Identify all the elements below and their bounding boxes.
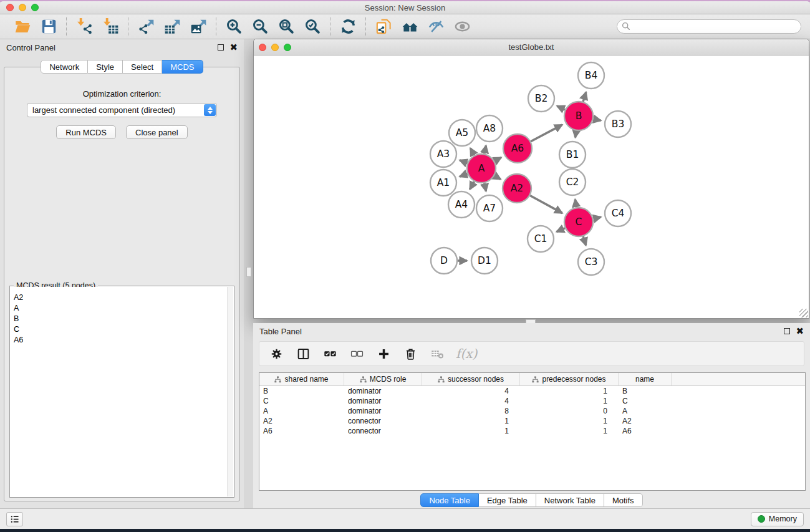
graph-node-B3[interactable]: B3 [605,111,631,137]
tab-network-table[interactable]: Network Table [536,493,604,507]
tab-motifs[interactable]: Motifs [604,493,643,507]
graph-node-A2[interactable]: A2 [503,174,531,203]
graph-edge-A-A8[interactable] [485,145,486,153]
import-table-button[interactable] [99,16,122,37]
cell-predecessor-nodes[interactable]: 1 [520,397,619,405]
mcds-result-item[interactable]: A6 [11,334,227,345]
tab-node-table[interactable]: Node Table [420,493,479,507]
graph-node-A3[interactable]: A3 [430,141,456,167]
graph-edge-A-A6[interactable] [494,157,501,161]
float-table-panel-icon[interactable] [784,328,790,334]
cell-name[interactable]: A [619,407,672,415]
tab-network[interactable]: Network [41,60,88,74]
cell-predecessor-nodes[interactable]: 1 [520,417,619,425]
graph-node-A4[interactable]: A4 [448,191,475,218]
tab-edge-table[interactable]: Edge Table [479,493,536,507]
network-window-titlebar[interactable]: testGlobe.txt [254,39,809,56]
delete-column-button[interactable] [402,346,418,362]
window-resize-grip[interactable] [799,309,808,317]
graph-edge-C-C2[interactable] [575,200,576,208]
add-column-button[interactable] [375,346,392,362]
cell-name[interactable]: A2 [619,417,672,425]
graph-edge-A-A3[interactable] [460,160,467,163]
graph-node-D1[interactable]: D1 [471,248,498,274]
hide-selected-button[interactable] [425,16,447,37]
cell-name[interactable]: C [619,397,672,405]
graph-node-A5[interactable]: A5 [449,120,475,146]
cell-MCDS-role[interactable]: dominator [344,407,422,415]
first-neighbors-button[interactable] [398,16,421,37]
graph-node-C[interactable]: C [564,208,593,236]
graph-node-A8[interactable]: A8 [476,115,503,142]
save-session-button[interactable] [37,16,60,37]
graph-node-A[interactable]: A [467,154,496,183]
mcds-result-item[interactable]: B [11,313,227,324]
graph-edge-A-A5[interactable] [470,148,474,155]
close-table-panel-icon[interactable]: ✖ [796,328,804,334]
graph-node-A6[interactable]: A6 [503,134,532,163]
graph-node-A7[interactable]: A7 [476,195,503,221]
cell-MCDS-role[interactable]: connector [344,427,422,435]
tab-style[interactable]: Style [88,60,123,74]
tab-select[interactable]: Select [123,60,162,74]
table-row-C[interactable]: Cdominator41C [259,396,805,406]
show-panels-list-button[interactable] [6,512,23,526]
cell-name[interactable]: B [619,387,672,395]
export-network-button[interactable] [135,16,157,37]
column-selector-button[interactable] [295,346,311,362]
deselect-all-rows-button[interactable] [349,346,365,362]
cell-MCDS-role[interactable]: dominator [344,397,422,405]
graph-edge-A-A1[interactable] [460,173,467,177]
mcds-result-item[interactable]: A2 [11,292,227,302]
cell-predecessor-nodes[interactable]: 0 [520,407,619,415]
open-session-button[interactable] [11,16,34,37]
run-mcds-button[interactable]: Run MCDS [56,125,116,139]
cell-shared-name[interactable]: A6 [259,427,344,435]
graph-node-C3[interactable]: C3 [578,249,604,275]
cell-successor-nodes[interactable]: 1 [422,427,520,435]
column-header-shared-name[interactable]: shared name [259,373,344,385]
graph-edge-A-A4[interactable] [470,181,475,189]
cell-successor-nodes[interactable]: 4 [422,387,520,395]
export-image-button[interactable] [187,16,210,37]
search-input[interactable] [617,19,801,34]
graph-node-C1[interactable]: C1 [528,226,554,252]
vertical-split-handle[interactable] [246,267,251,277]
cell-shared-name[interactable]: A2 [259,417,344,425]
cell-predecessor-nodes[interactable]: 1 [520,427,619,435]
cell-successor-nodes[interactable]: 4 [422,397,520,405]
graph-edge-B-B1[interactable] [575,131,576,138]
duplicate-network-button[interactable] [372,16,395,37]
graph-node-D[interactable]: D [431,248,457,274]
zoom-out-button[interactable] [249,16,271,37]
table-row-A2[interactable]: A2connector11A2 [259,416,805,426]
zoom-fit-button[interactable] [275,16,297,37]
refresh-button[interactable] [337,16,359,37]
cell-shared-name[interactable]: B [259,387,344,395]
settings-gear-button[interactable] [268,346,284,362]
cell-name[interactable]: A6 [619,427,672,435]
column-header-MCDS-role[interactable]: MCDS role [344,373,422,385]
select-all-rows-button[interactable] [322,346,338,362]
graph-node-B2[interactable]: B2 [528,85,554,112]
import-network-button[interactable] [73,16,95,37]
export-table-button[interactable] [161,16,183,37]
graph-edge-C-C4[interactable] [593,217,600,219]
cell-shared-name[interactable]: A [259,407,344,415]
result-list-scrollbar[interactable] [227,287,233,496]
graph-edge-B-B3[interactable] [594,119,601,120]
graph-node-B4[interactable]: B4 [578,62,604,89]
graph-node-C4[interactable]: C4 [605,200,631,226]
cell-successor-nodes[interactable]: 1 [422,417,520,425]
column-header-name[interactable]: name [619,373,672,385]
close-panel-icon[interactable]: ✖ [229,44,238,51]
show-all-button[interactable] [451,16,473,37]
tab-mcds[interactable]: MCDS [162,60,203,74]
graph-edge-A6-B[interactable] [531,125,562,142]
mcds-result-item[interactable]: A [11,302,227,313]
memory-button[interactable]: Memory [751,512,804,526]
graph-node-C2[interactable]: C2 [559,169,586,195]
table-row-B[interactable]: Bdominator41B [259,386,805,396]
column-header-successor-nodes[interactable]: successor nodes [422,373,520,385]
mcds-result-item[interactable]: C [11,324,227,334]
